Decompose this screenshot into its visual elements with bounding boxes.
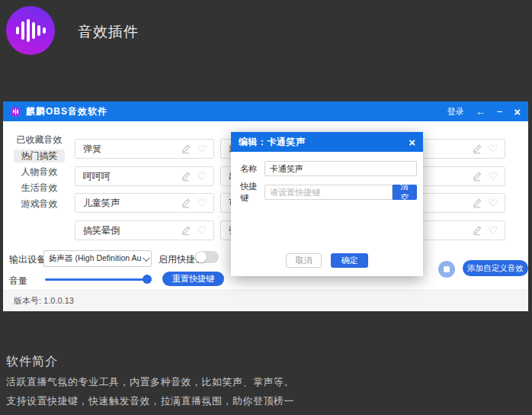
favorite-icon[interactable]: ♡	[197, 198, 207, 208]
favorite-icon[interactable]: ♡	[488, 171, 498, 182]
soundwave-logo-icon	[6, 6, 55, 55]
sound-name: 儿童笑声	[75, 197, 181, 210]
sound-name: 搞笑晕倒	[75, 224, 181, 237]
dialog-close-icon[interactable]: ×	[409, 137, 415, 148]
sidebar-item-character[interactable]: 人物音效	[14, 166, 65, 179]
edit-icon[interactable]	[472, 225, 482, 236]
version-bar: 版本号: 1.0.0.13	[3, 290, 528, 311]
sound-item[interactable]: 儿童笑声 ♡	[75, 193, 214, 213]
favorite-icon[interactable]: ♡	[488, 143, 498, 154]
output-device-select[interactable]: 扬声器 (High Definition Aud	[43, 250, 152, 267]
intro-heading: 软件简介	[6, 354, 58, 370]
slider-track	[45, 278, 152, 281]
dialog-title: 编辑：卡通笑声	[239, 136, 306, 149]
toggle-knob	[196, 252, 207, 262]
favorite-icon[interactable]: ♡	[197, 171, 207, 182]
volume-slider[interactable]	[45, 275, 152, 284]
sound-item[interactable]: 搞笑晕倒 ♡	[75, 220, 214, 240]
stop-playback-button[interactable]	[438, 261, 455, 278]
favorite-icon[interactable]: ♡	[197, 143, 207, 154]
minimize-to-tray-icon[interactable]: ←	[476, 107, 486, 117]
clear-hotkey-button[interactable]: 清空	[393, 185, 417, 200]
slider-handle[interactable]	[143, 275, 152, 284]
sidebar-item-life[interactable]: 生活音效	[14, 182, 65, 195]
edit-icon[interactable]	[181, 225, 191, 236]
cancel-button[interactable]: 取消	[286, 253, 322, 268]
edit-sound-dialog: 编辑：卡通笑声 × 名称 快捷键 清空 取消 确定	[231, 132, 423, 276]
edit-icon[interactable]	[472, 198, 482, 208]
add-custom-sound-button[interactable]: 添加自定义音效	[463, 260, 528, 276]
confirm-button[interactable]: 确定	[331, 253, 368, 268]
hotkey-input[interactable]	[264, 185, 393, 200]
edit-icon[interactable]	[181, 198, 191, 208]
output-device-label: 输出设备	[9, 253, 46, 266]
hotkey-field-row: 快捷键 清空	[231, 181, 423, 204]
intro-line-1: 活跃直播气氛的专业工具，内置多种音效，比如笑声、掌声等。	[6, 375, 294, 389]
name-input[interactable]	[264, 161, 417, 176]
dialog-footer: 取消 确定	[231, 253, 423, 268]
sidebar-item-hot-funny[interactable]: 热门搞笑	[14, 150, 65, 162]
stop-icon	[444, 266, 450, 272]
favorite-icon[interactable]: ♡	[197, 225, 207, 236]
sound-item[interactable]: 弹簧 ♡	[75, 139, 214, 159]
sidebar-item-game[interactable]: 游戏音效	[14, 198, 65, 211]
enable-hotkey-toggle[interactable]	[195, 251, 219, 263]
edit-icon[interactable]	[472, 171, 482, 182]
version-label: 版本号: 1.0.0.13	[14, 295, 74, 307]
login-button[interactable]: 登录	[447, 106, 464, 117]
sidebar-item-favorites[interactable]: 已收藏音效	[14, 134, 65, 146]
sound-name: 弹簧	[75, 143, 181, 156]
chevron-down-icon	[143, 254, 150, 262]
sound-name: 呵呵呵	[75, 170, 181, 183]
edit-icon[interactable]	[181, 143, 191, 154]
app-logo-icon	[11, 107, 21, 117]
output-device-value: 扬声器 (High Definition Aud	[49, 253, 141, 264]
window-titlebar: 麒麟OBS音效软件 登录 ← − ×	[3, 101, 528, 121]
intro-line-2: 支持设置快捷键，快速触发音效，拉满直播氛围，助你登顶榜一	[6, 394, 294, 408]
close-icon[interactable]: ×	[514, 107, 521, 117]
favorite-icon[interactable]: ♡	[488, 198, 498, 208]
category-sidebar: 已收藏音效 热门搞笑 人物音效 生活音效 游戏音效	[3, 134, 75, 214]
minimize-icon[interactable]: −	[497, 107, 503, 117]
edit-icon[interactable]	[472, 143, 482, 154]
page-title: 音效插件	[78, 22, 139, 42]
volume-label: 音量	[9, 275, 27, 288]
reset-hotkey-button[interactable]: 重置快捷键	[162, 272, 224, 286]
sound-item[interactable]: 呵呵呵 ♡	[75, 166, 214, 186]
hotkey-label: 快捷键	[240, 181, 264, 204]
edit-icon[interactable]	[181, 171, 191, 182]
name-label: 名称	[240, 163, 264, 175]
name-field-row: 名称	[231, 161, 423, 176]
favorite-icon[interactable]: ♡	[488, 225, 498, 236]
dialog-header: 编辑：卡通笑声 ×	[231, 132, 423, 152]
window-title: 麒麟OBS音效软件	[26, 105, 107, 118]
